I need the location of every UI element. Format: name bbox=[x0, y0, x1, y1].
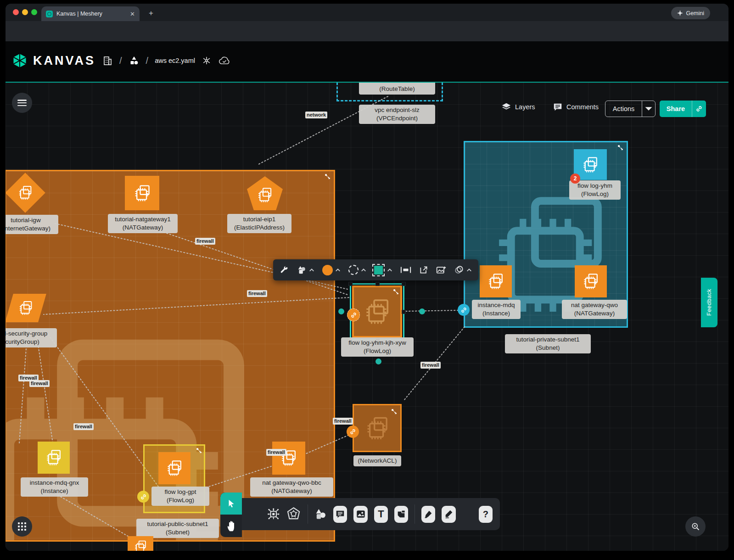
resize-width-icon[interactable] bbox=[400, 266, 411, 274]
edge-link-guide[interactable] bbox=[406, 310, 458, 311]
shapes-tool-icon[interactable] bbox=[314, 507, 327, 521]
flowlog-gpt-label[interactable]: flow log-gpt(FlowLog) bbox=[151, 487, 209, 506]
resize-handle-e[interactable] bbox=[402, 310, 406, 314]
select-tool-button[interactable] bbox=[220, 493, 242, 515]
routetable-label[interactable]: (RouteTable) bbox=[359, 83, 435, 95]
public-subnet-label[interactable]: tutorial-public-subnet1(Subnet) bbox=[136, 519, 219, 538]
comment-tool-button[interactable] bbox=[333, 506, 347, 523]
text-tool-button[interactable]: T bbox=[374, 506, 388, 523]
subnet-link-badge[interactable] bbox=[458, 304, 470, 316]
collapse-icon[interactable] bbox=[392, 409, 397, 414]
image-tool-button[interactable] bbox=[353, 506, 367, 523]
node-flowlog-gpt[interactable] bbox=[158, 452, 191, 484]
chevron-up-icon[interactable] bbox=[466, 268, 472, 272]
share-link-icon[interactable] bbox=[692, 106, 706, 112]
cloud-sync-icon[interactable] bbox=[218, 55, 231, 66]
traffic-light-zoom[interactable] bbox=[31, 9, 37, 15]
actions-button[interactable]: Actions bbox=[605, 101, 656, 117]
kanvas-logo-icon[interactable] bbox=[13, 53, 27, 68]
feedback-tab[interactable]: Feedback bbox=[701, 278, 717, 327]
design-file-name[interactable]: aws ec2.yaml bbox=[155, 57, 195, 64]
border-style-tool[interactable] bbox=[348, 265, 366, 275]
design-canvas[interactable]: Layers Comments Actions Share (RouteTabl… bbox=[6, 83, 728, 551]
natgw-bbc-label[interactable]: nat gateway-qwo-bbc(NATGateway) bbox=[250, 477, 333, 497]
design-configurator-icon[interactable] bbox=[202, 55, 212, 66]
instance-gnx-label[interactable]: instance-mdq-gnx(Instance) bbox=[21, 477, 88, 497]
node-natgw-qwo[interactable] bbox=[575, 265, 607, 297]
shapes-tool[interactable] bbox=[297, 265, 314, 274]
node-bottom-clipped[interactable] bbox=[128, 536, 153, 551]
eip1-label[interactable]: tutorial-eip1(ElasticIPAddress) bbox=[227, 214, 291, 233]
workspace-icon[interactable] bbox=[129, 55, 140, 66]
open-in-new-icon[interactable] bbox=[419, 265, 428, 274]
brand-name: KANVAS bbox=[33, 54, 95, 68]
node-natgw-bbc[interactable] bbox=[272, 442, 305, 475]
wrench-tool-icon[interactable] bbox=[280, 265, 289, 274]
guide-dot-left[interactable] bbox=[338, 308, 344, 314]
private-subnet-label[interactable]: tutorial-private-subnet1(Subnet) bbox=[505, 334, 591, 353]
shapes-icon bbox=[297, 265, 307, 274]
igw-label[interactable]: tutorial-igw(InternetGateway) bbox=[6, 215, 58, 234]
add-image-icon[interactable] bbox=[436, 265, 446, 274]
note-tool-button[interactable] bbox=[394, 506, 408, 523]
zoom-search-button[interactable] bbox=[685, 516, 706, 537]
kubernetes-tool-icon[interactable] bbox=[286, 505, 301, 523]
organization-icon[interactable] bbox=[102, 55, 113, 66]
collapse-icon[interactable] bbox=[393, 289, 398, 294]
chip-icon bbox=[18, 300, 34, 316]
chip-icon bbox=[45, 448, 62, 467]
networkacl-link-badge[interactable] bbox=[347, 426, 359, 438]
selection-style-tool[interactable] bbox=[374, 266, 392, 274]
flowlog-gpt-link-badge[interactable] bbox=[137, 491, 149, 503]
flowlog-selected-label[interactable]: flow log-yhm-kjh-xyw(FlowLog) bbox=[341, 337, 414, 357]
shadow-tool[interactable] bbox=[454, 265, 472, 274]
comments-button[interactable]: Comments bbox=[553, 102, 599, 112]
canvas-menu-button[interactable] bbox=[12, 93, 32, 113]
natgw-qwo-label[interactable]: nat gateway-qwo(NATGateway) bbox=[562, 300, 627, 319]
fill-color-tool[interactable] bbox=[322, 265, 341, 275]
component-graph-icon[interactable] bbox=[267, 506, 280, 522]
traffic-light-minimize[interactable] bbox=[22, 9, 28, 15]
new-tab-button[interactable]: + bbox=[149, 9, 153, 17]
browser-tab[interactable]: Kanvas | Meshery ✕ bbox=[41, 6, 140, 21]
help-button[interactable]: ? bbox=[479, 506, 493, 523]
vpc-endpoint-label[interactable]: vpc endpoint-slz(VPCEndpoint) bbox=[359, 105, 435, 124]
dot-grid-button[interactable] bbox=[12, 516, 32, 537]
share-button[interactable]: Share bbox=[660, 101, 706, 117]
guide-dot-right[interactable] bbox=[419, 308, 425, 314]
instance-mdq-label[interactable]: instance-mdq(Instance) bbox=[472, 300, 521, 319]
actions-caret-icon[interactable] bbox=[642, 106, 655, 112]
networkacl-label[interactable]: (NetworkACL) bbox=[353, 455, 401, 466]
natgateway1-label[interactable]: tutorial-natgateway1(NATGateway) bbox=[108, 214, 178, 233]
close-tab-icon[interactable]: ✕ bbox=[130, 11, 135, 17]
node-networkacl[interactable] bbox=[353, 404, 402, 452]
guide-dot-bottom[interactable] bbox=[375, 358, 381, 364]
flowlog-selected-link-badge[interactable] bbox=[347, 308, 360, 321]
node-instance-mdq[interactable] bbox=[480, 265, 512, 297]
collapse-icon[interactable] bbox=[196, 448, 202, 453]
gemini-button[interactable]: Gemini bbox=[671, 7, 710, 19]
traffic-light-close[interactable] bbox=[13, 9, 19, 15]
node-natgateway1[interactable] bbox=[125, 176, 159, 210]
pencil-icon bbox=[444, 509, 454, 519]
collapse-icon[interactable] bbox=[618, 145, 623, 150]
chevron-up-icon[interactable] bbox=[335, 268, 341, 272]
security-group-label[interactable]: tutorial-security-group(SecurityGroup) bbox=[6, 328, 57, 347]
node-instance-gnx[interactable] bbox=[38, 442, 70, 474]
breadcrumb-separator: / bbox=[119, 56, 122, 66]
pan-tool-button[interactable] bbox=[220, 515, 242, 537]
pencil-tool-button[interactable] bbox=[442, 506, 455, 523]
chevron-up-icon[interactable] bbox=[361, 268, 366, 272]
selected-square-icon bbox=[374, 266, 383, 274]
layers-button[interactable]: Layers bbox=[501, 102, 535, 112]
chevron-up-icon[interactable] bbox=[387, 268, 392, 272]
resize-handle-nw[interactable] bbox=[348, 282, 353, 286]
chip-icon bbox=[487, 272, 504, 291]
resize-handle-ne[interactable] bbox=[402, 282, 406, 286]
flowlog-yhm-count-badge[interactable]: 2 bbox=[570, 174, 580, 184]
resize-handle-n[interactable] bbox=[375, 282, 380, 286]
pen-tool-button[interactable] bbox=[421, 506, 435, 523]
chip-watermark-icon bbox=[364, 415, 390, 442]
collapse-icon[interactable] bbox=[325, 174, 330, 179]
chevron-up-icon[interactable] bbox=[309, 268, 314, 272]
